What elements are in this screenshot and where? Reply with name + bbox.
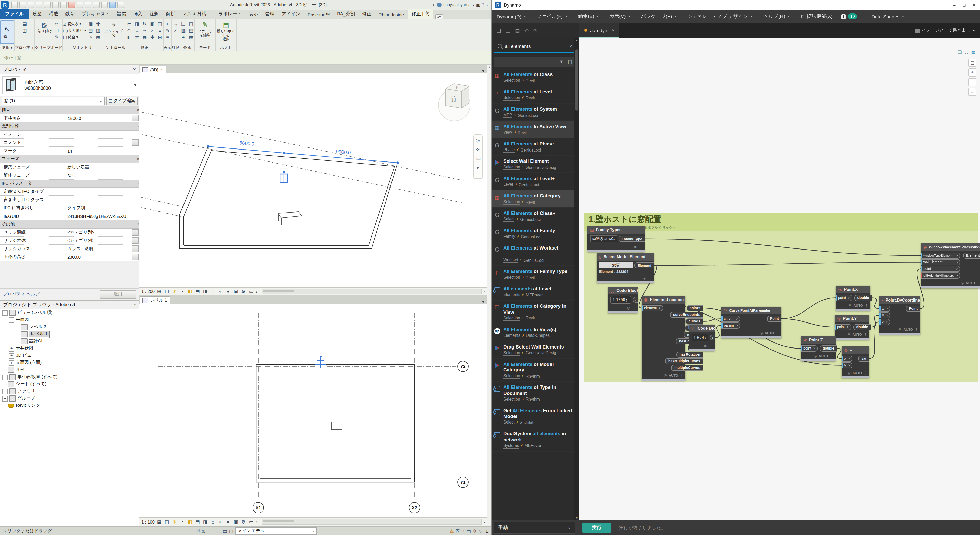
node-category[interactable]: Select bbox=[503, 420, 514, 425]
node-category[interactable]: Selection bbox=[503, 316, 520, 321]
tool-icon[interactable]: ∠ bbox=[172, 27, 179, 34]
tool-icon[interactable]: ⊞ bbox=[180, 34, 186, 41]
tool-icon[interactable]: ⇥ bbox=[141, 27, 148, 34]
menu-dots-icon[interactable]: ⋮ bbox=[639, 245, 643, 249]
node-header[interactable]: ◉Element.Location+ bbox=[641, 296, 686, 303]
input-port-curve[interactable]: curve> bbox=[721, 316, 740, 322]
library-item[interactable]: ▦All Elements of CategorySelection⚡Revit bbox=[492, 191, 574, 208]
open-file-icon[interactable]: ❐ bbox=[506, 28, 511, 33]
input-port-y[interactable]: y> bbox=[842, 362, 853, 368]
tree-item-レベル 2[interactable]: レベル 2 bbox=[0, 324, 139, 331]
tree-item-天井伏図[interactable]: +天井伏図 bbox=[0, 345, 139, 352]
preview-eye-icon[interactable]: ◎ bbox=[898, 327, 901, 332]
menu-dots-icon[interactable]: ⋮ bbox=[865, 303, 868, 308]
ribbon-tab-context[interactable]: 修正 | 窓 bbox=[407, 9, 433, 19]
library-item[interactable]: GAll Elements at PhasePhase⚡GeniusLoci bbox=[492, 138, 574, 156]
view-toggle-icon[interactable]: ⌂ bbox=[210, 289, 216, 294]
tool-icon[interactable]: ▥ bbox=[180, 27, 186, 34]
input-port-element[interactable]: element> bbox=[641, 305, 663, 311]
ribbon-tab-鉄骨[interactable]: 鉄骨 bbox=[62, 9, 78, 19]
collapse-icon[interactable]: « bbox=[132, 183, 140, 184]
output-port-Family Type[interactable]: Family Type bbox=[619, 236, 645, 242]
node-code-04[interactable]: [ ]Code Block10.4;›◎⋮ bbox=[689, 324, 714, 351]
menu-dots-icon[interactable]: ⋮ bbox=[977, 281, 980, 285]
view-toggle-icon[interactable]: ▣ bbox=[233, 289, 239, 294]
view-toggle-icon[interactable]: ◔ bbox=[179, 519, 185, 524]
library-item[interactable]: GAll Elements of Class+Select⚡GeniusLoci bbox=[492, 208, 574, 225]
revit-logo-icon[interactable]: R bbox=[1, 1, 9, 9]
code-input[interactable]: 11500; bbox=[611, 296, 631, 303]
view-toggle-icon[interactable]: ◨ bbox=[202, 519, 208, 524]
close-icon[interactable]: × bbox=[612, 28, 614, 32]
node-category[interactable]: Selection bbox=[503, 350, 520, 356]
menu-dots-icon[interactable]: ⋮ bbox=[776, 331, 780, 335]
input-port-z[interactable]: z> bbox=[880, 319, 890, 325]
modify-button[interactable]: ↖修正 bbox=[0, 21, 14, 44]
tag-icon[interactable] bbox=[76, 2, 83, 8]
library-item[interactable]: GAll Elements of SystemMEP⚡GeniusLoci bbox=[492, 103, 574, 121]
collapse-icon[interactable]: « bbox=[132, 125, 140, 127]
tool-icon[interactable]: × bbox=[149, 27, 156, 34]
node-category[interactable]: Level bbox=[503, 182, 513, 187]
node-by-coords[interactable]: ▪Point.ByCoordinatesx>y>z>Point◎AUTO⋮ bbox=[880, 297, 920, 335]
element-filter-dropdown[interactable]: 窓 (1)∨ bbox=[2, 97, 104, 105]
code-input[interactable]: 10.4; bbox=[692, 334, 708, 341]
node-category[interactable]: Elements bbox=[503, 292, 520, 297]
library-item[interactable]: ▦All Elements of ClassSelection⚡Revit bbox=[492, 69, 574, 86]
expander-icon[interactable]: + bbox=[2, 396, 8, 401]
preview-eye-icon[interactable]: ◎ bbox=[814, 354, 817, 358]
input-port-sillHeightInMillimeters[interactable]: sillHeightInMillimeters> bbox=[921, 273, 960, 278]
output-port-hasRotation[interactable]: hasRotation bbox=[676, 352, 703, 357]
property-value[interactable] bbox=[65, 139, 139, 146]
input-port-x[interactable]: x> bbox=[842, 356, 853, 362]
scroll-left-icon[interactable]: ‹ bbox=[256, 289, 257, 294]
ribbon-tab-マス & 外構[interactable]: マス & 外構 bbox=[179, 9, 210, 19]
property-row[interactable]: サッシ額縁<カテゴリ別> bbox=[0, 229, 139, 237]
tool-icon[interactable]: ▤ bbox=[87, 27, 94, 34]
node-category[interactable]: View bbox=[503, 130, 512, 135]
view-toggle-icon[interactable]: ▭ bbox=[248, 519, 254, 524]
menu-dots-icon[interactable]: ⋮ bbox=[649, 276, 652, 280]
node-category[interactable]: Family bbox=[503, 234, 515, 239]
pan-icon[interactable]: ≡ bbox=[968, 88, 977, 96]
node-category[interactable]: Selection bbox=[503, 165, 520, 170]
node-code-1500[interactable]: [ ]Code Block11500;›◎⋮ bbox=[608, 287, 638, 313]
output-port-Point[interactable]: Point bbox=[767, 316, 781, 322]
node-curve-pap[interactable]: ↷Curve.PointAtParametercurve>param>Point… bbox=[721, 306, 781, 338]
node-category[interactable]: Selection bbox=[503, 200, 520, 205]
view-toggle-icon[interactable]: ⬒ bbox=[194, 289, 200, 294]
menu-編集(E)[interactable]: 編集(E)▼ bbox=[573, 13, 605, 20]
scroll-left-icon[interactable]: ‹ bbox=[256, 519, 257, 524]
node-header[interactable]: ▪Point.ByCoordinates bbox=[880, 297, 920, 304]
menu-dots-icon[interactable]: ⋮ bbox=[680, 373, 683, 377]
node-header[interactable]: ◉WindowPlacement.PlaceWindow bbox=[921, 243, 980, 251]
property-row[interactable]: 解体フェーズなし bbox=[0, 171, 139, 179]
node-category[interactable]: Selection bbox=[503, 95, 520, 100]
dimension-icon[interactable] bbox=[84, 2, 91, 8]
close-icon[interactable]: × bbox=[134, 302, 136, 307]
tree-item-シート (すべて)[interactable]: シート (すべて) bbox=[0, 381, 139, 388]
menu-ジェネレーティブ デザイン[interactable]: ジェネレーティブ デザイン▼ bbox=[682, 13, 759, 20]
tool-icon[interactable]: ✂ bbox=[53, 21, 60, 27]
value-button[interactable] bbox=[132, 139, 139, 146]
ribbon-tab-プレキャスト[interactable]: プレキャスト bbox=[78, 9, 114, 19]
menu-dots-icon[interactable]: ⋮ bbox=[864, 332, 867, 337]
property-row[interactable]: マーク14 bbox=[0, 147, 139, 155]
preview-eye-icon[interactable]: ◎ bbox=[704, 344, 707, 348]
fit-view-icon[interactable]: ◻ bbox=[968, 59, 977, 67]
node-category[interactable]: Select bbox=[503, 217, 514, 222]
view-toggle-icon[interactable]: ▣ bbox=[233, 519, 239, 524]
node-header[interactable]: ↷Curve.PointAtParameter bbox=[721, 306, 781, 314]
property-value[interactable] bbox=[65, 196, 139, 203]
expander-icon[interactable]: + bbox=[9, 353, 14, 359]
property-value[interactable] bbox=[65, 131, 139, 138]
input-port-windowTypeElement[interactable]: windowTypeElement> bbox=[921, 252, 960, 259]
tree-item-平面図[interactable]: −平面図 bbox=[0, 316, 139, 324]
export-image-button[interactable]: イメージとして書き出し ▼ bbox=[915, 27, 975, 34]
tool-icon[interactable]: ↔ bbox=[172, 21, 179, 27]
tool-icon[interactable]: ◠ bbox=[126, 27, 132, 34]
view-toggle-icon[interactable]: ▭ bbox=[248, 289, 254, 294]
library-search[interactable]: all elements × bbox=[493, 40, 576, 53]
library-item[interactable]: Drag Select Wall ElementsSelection⚡Gener… bbox=[492, 341, 574, 359]
output-port-double[interactable]: double bbox=[853, 324, 870, 330]
